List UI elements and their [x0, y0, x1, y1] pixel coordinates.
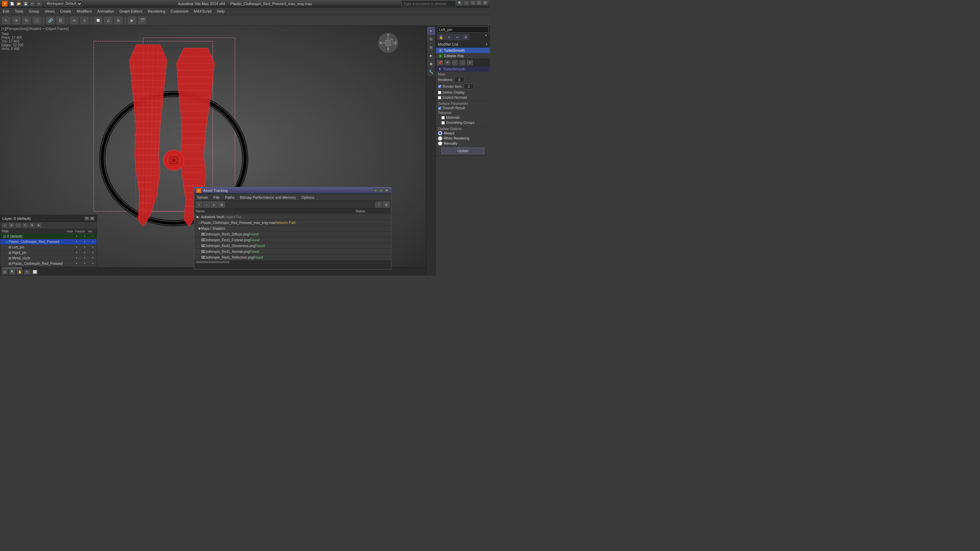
materials-checkbox[interactable] [441, 116, 445, 119]
asset-settings-btn[interactable]: ⚙ [383, 201, 390, 208]
modifier-dropdown-arrow[interactable]: ▼ [485, 43, 488, 46]
search-input[interactable] [401, 0, 456, 7]
layer-row-plastic2[interactable]: ⊞ Plastic_Clothespin_Red_Pressed ● ● ● [0, 261, 97, 266]
redo-btn[interactable]: ↪ [36, 1, 42, 6]
layer-row-plastic[interactable]: □ Plastic_Clothespin_Red_Pressed ● ● ● [0, 239, 97, 245]
object-name-input[interactable] [437, 27, 488, 33]
explicit-normals-checkbox[interactable] [438, 96, 441, 99]
asset-row-maps[interactable]: ▶ Maps / Shaders [194, 226, 391, 231]
menu-edit[interactable]: Edit [0, 8, 12, 14]
link-btn[interactable]: 🔗 [46, 16, 55, 25]
maximize-viewport-btn[interactable]: ⬜ [31, 269, 38, 275]
layers-scrollbar[interactable] [0, 266, 97, 269]
panel-dropdown-arrow[interactable]: ▼ [485, 34, 488, 40]
menu-maxscript[interactable]: MAXScript [191, 8, 215, 14]
asset-list-btn[interactable]: ≡ [211, 201, 218, 208]
asset-menu-options[interactable]: Options [299, 194, 317, 201]
zoom-in-btn[interactable]: 🔍 [9, 269, 16, 275]
layers-close-btn[interactable]: ✕ [90, 217, 95, 221]
layer-hide-leftpin[interactable]: ● [74, 245, 79, 250]
menu-help[interactable]: Help [215, 8, 228, 14]
asset-menu-bitmap[interactable]: Bitmap Performance and Memory [237, 194, 298, 201]
asset-row-normal[interactable]: 🖼 Clothespin_Red1_Normal.png Found [194, 249, 391, 255]
move-up-btn[interactable]: ↑ [452, 60, 458, 66]
asset-row-vault[interactable]: ▶ Autodesk Vault Logged Out... [194, 214, 391, 220]
search-btn[interactable]: 🔍 [457, 0, 463, 6]
show-result-btn[interactable]: 👁 [444, 60, 451, 66]
always-radio[interactable] [438, 131, 442, 135]
layer-render-plastic[interactable]: ● [91, 240, 95, 244]
asset-row-glossiness[interactable]: 🖼 Clothespin_Red1_Glossiness.png Found [194, 243, 391, 249]
save-btn[interactable]: 💾 [22, 1, 29, 6]
select-btn[interactable]: ↖ [2, 16, 11, 25]
motion-icon[interactable]: ▶ [427, 52, 435, 59]
display-icon[interactable]: ◉ [427, 60, 435, 67]
new-btn[interactable]: 📄 [9, 1, 15, 6]
asset-menu-server[interactable]: Server [194, 194, 211, 201]
asset-add-btn[interactable]: + [196, 201, 202, 208]
layer-freeze-plastic[interactable]: ● [82, 240, 87, 244]
asset-maximize-btn[interactable]: □ [379, 188, 383, 193]
zoom-extents-btn[interactable]: ⊞ [2, 269, 8, 275]
layers-help-btn[interactable]: ? [84, 217, 89, 221]
menu-graph-editors[interactable]: Graph Editors [117, 8, 145, 14]
render-btn[interactable]: ▶ [127, 16, 137, 25]
asset-menu-file[interactable]: File [211, 194, 222, 201]
update-button[interactable]: Update [441, 147, 485, 154]
minimize-button[interactable]: ─ [470, 0, 476, 5]
rotate-btn[interactable]: ↻ [22, 16, 31, 25]
layer-render-metal[interactable]: ● [91, 256, 95, 260]
pin-stack-btn[interactable]: 📌 [437, 60, 443, 66]
layer-hide-metal[interactable]: ● [74, 256, 79, 260]
layer-freeze-default[interactable]: ● [82, 234, 87, 239]
layer-row-default[interactable]: ☑ 0 (default) ● ● ✓ [0, 234, 97, 239]
layer-hide-default[interactable]: ● [74, 234, 79, 239]
workspace-dropdown[interactable]: Workspace: Default [45, 1, 82, 6]
manually-radio[interactable] [438, 141, 442, 146]
render-frame[interactable]: 🎬 [137, 16, 147, 25]
turbosmooth-header[interactable]: ▼ TurboSmooth [436, 66, 490, 72]
maximize-button[interactable]: □ [476, 0, 482, 5]
asset-row-reflection[interactable]: 🖼 Clothespin_Red1_Reflection.png Found [194, 255, 391, 260]
snap-toggle[interactable]: 🔲 [93, 16, 103, 25]
render-iters-input[interactable] [464, 84, 474, 89]
move-down-btn[interactable]: ↓ [459, 60, 466, 66]
when-rendering-radio[interactable] [438, 136, 442, 140]
menu-animation[interactable]: Animation [95, 8, 117, 14]
layers-new-btn[interactable]: + [2, 223, 8, 228]
layer-render-rightpin[interactable]: ● [91, 251, 95, 255]
layers-freeze-btn[interactable]: ❄ [36, 223, 42, 228]
layer-row-leftpin[interactable]: ⊞ Left_pin ● ● ● [0, 245, 97, 250]
modifier-editable-poly[interactable]: E Editable Poly [436, 53, 490, 59]
layers-select-btn[interactable]: ↖ [22, 223, 28, 228]
scale-btn[interactable]: ⬡ [32, 16, 41, 25]
modifier-list-icon[interactable]: ≡ [445, 34, 453, 40]
open-btn[interactable]: 📂 [16, 1, 22, 6]
modifier-turbosmooth[interactable]: S TurboSmooth [436, 48, 490, 53]
asset-row-fresnel[interactable]: 🖼 Clothespin_Red1_Fresnel.png Found [194, 237, 391, 243]
asset-h-scrollbar[interactable] [194, 260, 391, 263]
iterations-input[interactable] [454, 77, 465, 82]
asset-remove-btn[interactable]: − [203, 201, 210, 208]
menu-modifiers[interactable]: Modifiers [74, 8, 95, 14]
asset-row-diffuse[interactable]: 🖼 Clothespin_Red1_Diffuse.png Found [194, 231, 391, 237]
menu-customize[interactable]: Customize [168, 8, 191, 14]
undo-btn[interactable]: ↩ [29, 1, 35, 6]
isoline-checkbox[interactable] [438, 91, 441, 94]
smoothing-groups-checkbox[interactable] [441, 121, 445, 124]
angle-snap[interactable]: ∠ [103, 16, 113, 25]
pan-btn[interactable]: ✋ [16, 269, 23, 275]
layer-row-metalcircle[interactable]: ⊞ Metal_circle ● ● ● [0, 256, 97, 261]
utilities-icon[interactable]: 🔧 [427, 68, 435, 76]
render-iters-checkbox[interactable] [438, 85, 441, 88]
menu-create[interactable]: Create [57, 8, 74, 14]
smooth-result-checkbox[interactable] [438, 107, 441, 110]
spinner-snap[interactable]: ⊕ [114, 16, 123, 25]
layer-hide-plastic2[interactable]: ● [74, 262, 79, 266]
asset-row-max-file[interactable]: □ Plastic_Clothespin_Red_Pressed_max_vra… [194, 220, 391, 226]
remove-modifier-btn[interactable]: ✕ [466, 60, 473, 66]
menu-group[interactable]: Group [26, 8, 42, 14]
layer-freeze-plastic2[interactable]: ● [82, 262, 87, 266]
layer-render-plastic2[interactable]: ● [91, 262, 95, 266]
layer-hide-plastic[interactable]: ● [74, 240, 79, 244]
